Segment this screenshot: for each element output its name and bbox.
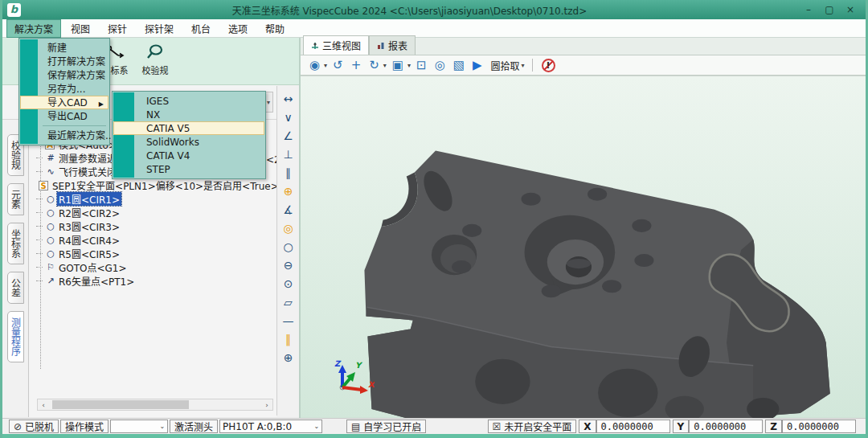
- straightness-icon[interactable]: —: [283, 312, 294, 330]
- menu-item-保存解决方案[interactable]: 保存解决方案: [20, 68, 108, 82]
- submenu-item-SolidWorks[interactable]: SolidWorks: [113, 135, 264, 149]
- menu-item-选项[interactable]: 选项: [220, 19, 256, 38]
- y-value: 0.0000000: [689, 420, 763, 433]
- menu-item-探针[interactable]: 探针: [100, 19, 135, 38]
- self-learn-icon: ▤: [351, 421, 360, 432]
- active-probe-select[interactable]: PH10T A:0,B:0 ⌄: [219, 420, 322, 433]
- tree-item[interactable]: ↗R6矢量点<PT1>: [29, 274, 276, 288]
- distance-icon[interactable]: ↔: [284, 90, 293, 108]
- tree-item[interactable]: ○R3圆<CIR3>: [29, 219, 276, 233]
- roundness-icon[interactable]: ○: [283, 238, 293, 256]
- menu-item-另存为...[interactable]: 另存为...: [20, 82, 108, 96]
- x-label: X: [579, 420, 596, 433]
- self-learn-status[interactable]: ▤ 自学习已开启: [346, 420, 426, 433]
- scrollbar-track[interactable]: [49, 399, 261, 410]
- chevron-down-icon[interactable]: ▾: [407, 62, 411, 69]
- submenu-item-IGES[interactable]: IGES: [113, 94, 264, 108]
- sidebar-tab-测量程序[interactable]: 测量程序: [7, 311, 24, 362]
- menu-item-最近解决方案...[interactable]: 最近解决方案...: [20, 129, 108, 142]
- tree-connector: [36, 226, 43, 227]
- menu-item-探针架[interactable]: 探针架: [137, 19, 182, 38]
- view-3d-icon: [311, 42, 319, 50]
- view-tab-三维视图[interactable]: 三维视图: [303, 35, 369, 55]
- part-3d-model[interactable]: [301, 76, 866, 418]
- angle-between-icon[interactable]: ∨: [284, 108, 292, 126]
- parallelism-icon[interactable]: ∥: [285, 164, 291, 182]
- symmetry-circle-icon[interactable]: ⊖: [284, 256, 293, 274]
- tree-item[interactable]: ○R4圆<CIR4>: [29, 233, 276, 247]
- axis-y-label: Y: [355, 361, 363, 370]
- tree-item-icon: ↗: [44, 276, 57, 286]
- menu-item-视图[interactable]: 视图: [63, 19, 98, 38]
- viewport-3d[interactable]: Z Y X: [301, 76, 866, 418]
- operation-mode-select[interactable]: ⌄: [110, 420, 168, 433]
- flatness-icon[interactable]: ▱: [284, 293, 293, 311]
- sidebar-tab-坐标系[interactable]: 坐标系: [7, 223, 24, 264]
- tree-item-label: R6矢量点<PT1>: [57, 274, 136, 288]
- play-icon[interactable]: ▶: [470, 58, 485, 72]
- coordinate-readout: ☒ 未开启安全平面 X 0.0000000 Y 0.0000000 Z 0.00…: [488, 420, 856, 433]
- view-mode-icon[interactable]: ◉: [307, 58, 322, 72]
- minimize-button[interactable]: –: [798, 4, 819, 15]
- sidebar-tab-公差[interactable]: 公差: [7, 272, 24, 304]
- angle-icon[interactable]: ∠: [283, 127, 293, 145]
- operation-mode-label: 操作模式: [60, 420, 108, 433]
- tree-item[interactable]: ⚐GOTO点<G1>: [29, 260, 276, 274]
- tree-item[interactable]: ○R2圆<CIR2>: [29, 206, 276, 219]
- gauge-check-button[interactable]: 校验规: [137, 38, 173, 84]
- scroll-left-icon[interactable]: ‹: [38, 401, 49, 409]
- concentricity-icon[interactable]: ◎: [283, 219, 293, 237]
- tree-item-icon: ○: [44, 221, 57, 231]
- position-icon[interactable]: ⊕: [284, 182, 293, 200]
- restore-button[interactable]: ▢: [819, 4, 840, 15]
- menu-item-机台[interactable]: 机台: [183, 19, 219, 38]
- circle-pick-mode[interactable]: 圆拾取: [490, 59, 519, 72]
- menu-bar: 解决方案视图探针探针架机台选项帮助: [2, 19, 866, 38]
- select-box-icon[interactable]: ▧: [451, 58, 467, 72]
- view-cube-icon[interactable]: ▣: [390, 58, 406, 72]
- locate-icon[interactable]: ◎: [432, 58, 448, 72]
- submenu-item-NX[interactable]: NX: [113, 108, 264, 121]
- angularity-icon[interactable]: ∡: [283, 201, 293, 219]
- tree-item-label: R1圆<CIR1>: [57, 192, 121, 206]
- tree-horizontal-scrollbar[interactable]: ‹ ›: [37, 399, 273, 411]
- offline-status[interactable]: ⊘ 已脱机: [9, 420, 59, 433]
- z-label: Z: [765, 420, 782, 433]
- submenu-item-CATIA V4[interactable]: CATIA V4: [113, 149, 264, 162]
- axis-x-label: X: [368, 380, 375, 389]
- collision-warning-icon[interactable]: !: [542, 59, 555, 72]
- tree-item-icon: ⚐: [44, 262, 57, 272]
- circle-cross-icon[interactable]: ⊕: [284, 349, 293, 366]
- submenu-item-STEP[interactable]: STEP: [113, 162, 264, 176]
- menu-item-解决方案[interactable]: 解决方案: [6, 19, 61, 38]
- symmetry-icon[interactable]: ‖: [285, 330, 291, 348]
- menu-item-导入CAD[interactable]: 导入CAD▶: [20, 96, 108, 109]
- view-tab-label: 报表: [388, 39, 407, 52]
- close-button[interactable]: ×: [840, 4, 861, 15]
- safety-plane-status[interactable]: ☒ 未开启安全平面: [488, 420, 577, 433]
- chevron-down-icon[interactable]: ▾: [383, 62, 387, 69]
- menu-item-新建[interactable]: 新建: [20, 41, 108, 55]
- zoom-fit-icon[interactable]: ⊡: [414, 58, 429, 72]
- orbit-view-icon[interactable]: ↻: [366, 58, 382, 72]
- chevron-down-icon[interactable]: ▾: [324, 62, 327, 69]
- tree-item[interactable]: ○R1圆<CIR1>: [29, 192, 276, 206]
- menu-item-导出CAD[interactable]: 导出CAD: [20, 109, 108, 123]
- perpendicularity-icon[interactable]: ⊥: [283, 145, 293, 163]
- rotate-view-icon[interactable]: ↺: [330, 58, 346, 72]
- view-tab-报表[interactable]: 报表: [369, 35, 416, 55]
- menu-item-帮助[interactable]: 帮助: [257, 19, 293, 38]
- menu-item-打开解决方案[interactable]: 打开解决方案: [20, 55, 108, 68]
- scrollbar-thumb[interactable]: [52, 400, 189, 409]
- tree-item[interactable]: SSEP1安全平面<PLN1>偏移<10>是否启用<True>: [29, 178, 276, 192]
- runout-icon[interactable]: ⊙: [284, 275, 293, 293]
- sidebar-tab-元素[interactable]: 元素: [7, 183, 24, 215]
- scroll-right-icon[interactable]: ›: [261, 401, 272, 409]
- pan-view-icon[interactable]: +: [349, 58, 364, 72]
- tree-connector: [36, 212, 43, 213]
- submenu-item-CATIA V5[interactable]: CATIA V5: [113, 121, 264, 135]
- chevron-down-icon: ⌄: [309, 423, 319, 430]
- chevron-down-icon[interactable]: ▾: [521, 62, 524, 69]
- tree-item[interactable]: ○R5圆<CIR5>: [29, 247, 276, 260]
- tree-connector: [36, 267, 43, 268]
